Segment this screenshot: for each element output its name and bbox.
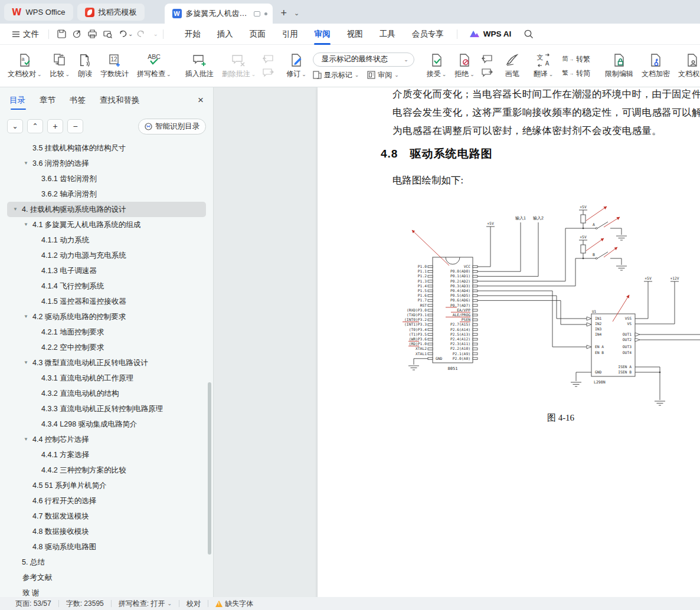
previous-comment-icon[interactable] xyxy=(262,55,274,64)
menu-tab-引用[interactable]: 引用 xyxy=(274,24,306,45)
permission-button[interactable]: 文档权限 xyxy=(674,47,700,86)
word-count-button[interactable]: 12 字数统计 xyxy=(96,47,133,86)
toc-item[interactable]: 4.2.1 地面控制要求 xyxy=(0,324,213,340)
menu-tab-视图[interactable]: 视图 xyxy=(339,24,371,45)
pen-button[interactable]: 画笔 xyxy=(501,47,524,86)
toc-item[interactable]: 4.5 51 系列单片机简介 xyxy=(0,478,213,493)
spell-check-button[interactable]: ABC 拼写检查⌄ xyxy=(133,47,175,86)
toc-item[interactable]: 4.4.1 方案选择 xyxy=(0,447,213,463)
more-actions-chevron-icon[interactable]: ⌄ xyxy=(153,31,158,37)
read-aloud-button[interactable]: 朗读 xyxy=(74,47,96,86)
toc-item[interactable]: 4.3.4 L298 驱动集成电路简介 xyxy=(0,416,213,432)
print-button[interactable] xyxy=(84,27,100,41)
zoom-in-button[interactable]: + xyxy=(47,119,63,133)
undo-chevron-icon[interactable]: ⌄ xyxy=(128,31,133,37)
toc-item[interactable]: 4.3.2 直流电动机的结构 xyxy=(0,386,213,401)
print-preview-button[interactable] xyxy=(100,27,115,41)
accept-button[interactable]: 接受⌄ xyxy=(423,47,451,86)
to-traditional-button[interactable]: 简→ 转繁 xyxy=(562,54,590,64)
toc-item[interactable]: ▼4.2 驱动系统电路的控制要求 xyxy=(0,309,213,324)
to-simplified-button[interactable]: 繁→ 转简 xyxy=(562,68,590,78)
page-indicator[interactable]: 页面: 53/57 xyxy=(8,599,58,609)
delete-comment-button[interactable]: 删除批注⌄ xyxy=(218,47,260,86)
menu-tab-插入[interactable]: 插入 xyxy=(209,24,241,45)
toc-item[interactable]: ▼3.6 润滑剂的选择 xyxy=(0,156,213,171)
sidebar-scrollbar[interactable] xyxy=(208,382,211,555)
toc-item[interactable]: 4.8 数据接收模块 xyxy=(0,524,213,539)
toc-expand-arrow-icon[interactable]: ▼ xyxy=(13,202,18,217)
collapse-all-button[interactable]: ⌃ xyxy=(27,119,43,133)
tab-active-document[interactable]: W 多旋翼无人机齿轮齿条式消防… xyxy=(165,4,273,24)
toc-item[interactable]: 4.4.2 三种控制方案的比较 xyxy=(0,463,213,478)
toc-item[interactable]: 4.1.2 动力电源与充电系统 xyxy=(0,248,213,263)
document-canvas[interactable]: 介质变化而变化；当电容器长时间工作在潮湿的环境中时，由于固定件和移动件的 电容会… xyxy=(214,87,700,597)
tab-list-chevron-icon[interactable]: ⌄ xyxy=(294,9,299,17)
toc-item[interactable]: 4.3.3 直流电动机正反转控制电路原理 xyxy=(0,401,213,416)
menu-tab-开始[interactable]: 开始 xyxy=(176,24,209,45)
track-changes-button[interactable]: 修订⌄ xyxy=(282,47,310,86)
toc-item[interactable]: 4.1.4 飞行控制系统 xyxy=(0,278,213,294)
toc-expand-arrow-icon[interactable]: ▼ xyxy=(24,156,28,171)
zoom-out-button[interactable]: − xyxy=(67,119,83,133)
tab-preview-icon[interactable] xyxy=(254,11,260,17)
toc-item[interactable]: 3.6.2 轴承润滑剂 xyxy=(0,186,213,202)
smart-toc-button[interactable]: 智能识别目录 xyxy=(138,119,206,135)
toc-expand-arrow-icon[interactable]: ▼ xyxy=(24,217,28,232)
expand-all-button[interactable]: ⌄ xyxy=(7,119,23,133)
toc-item[interactable]: 5. 总结 xyxy=(0,555,213,570)
sidebar-tab-find-replace[interactable]: 查找和替换 xyxy=(100,88,140,112)
spellcheck-indicator[interactable]: 拼写检查: 打开 ⌄ xyxy=(112,599,179,609)
toc-item[interactable]: 4.7 数据发送模块 xyxy=(0,509,213,524)
compare-button[interactable]: 比较⌄ xyxy=(46,47,74,86)
markup-state-select[interactable]: 显示标记的最终状态 ⌄ xyxy=(313,53,414,67)
word-count-indicator[interactable]: 字数: 23595 xyxy=(59,599,111,609)
close-icon[interactable]: × xyxy=(198,94,204,106)
toc-item[interactable]: 4.1.5 遥控器和遥控接收器 xyxy=(0,294,213,309)
sidebar-tab-contents[interactable]: 目录 xyxy=(9,88,25,112)
export-button[interactable] xyxy=(69,27,84,41)
menu-tab-会员专享[interactable]: 会员专享 xyxy=(404,24,452,45)
file-menu-button[interactable]: 文件 xyxy=(7,29,44,40)
toc-item[interactable]: ▼4. 挂载机构驱动系统电路的设计 xyxy=(0,202,213,217)
menu-tab-审阅[interactable]: 审阅 xyxy=(306,24,339,45)
save-button[interactable] xyxy=(54,27,69,41)
toc-item[interactable]: 参考文献 xyxy=(0,570,213,585)
restrict-editing-button[interactable]: 限制编辑 xyxy=(601,47,637,86)
toc-item[interactable]: 3.6.1 齿轮润滑剂 xyxy=(0,171,213,186)
toc-item[interactable]: 致 谢 xyxy=(0,585,213,597)
encrypt-button[interactable]: 文档加密 xyxy=(637,47,674,86)
new-tab-button[interactable]: + xyxy=(281,8,287,18)
reject-button[interactable]: 拒绝⌄ xyxy=(450,47,479,86)
doc-proofing-button[interactable]: a 文档校对⌄ xyxy=(4,47,46,86)
toc-item[interactable]: 4.6 行程开关的选择 xyxy=(0,493,213,509)
redo-button[interactable] xyxy=(133,27,148,41)
toc-item[interactable]: 4.1.3 电子调速器 xyxy=(0,263,213,278)
wps-ai-button[interactable]: WPS AI xyxy=(469,29,512,38)
menu-tab-工具[interactable]: 工具 xyxy=(371,24,404,45)
previous-change-icon[interactable] xyxy=(481,55,493,64)
toc-expand-arrow-icon[interactable]: ▼ xyxy=(24,309,28,324)
next-comment-icon[interactable] xyxy=(262,68,274,77)
menu-tab-页面[interactable]: 页面 xyxy=(241,24,274,45)
toc-item[interactable]: 4.8 驱动系统电路图 xyxy=(0,539,213,555)
toc-item[interactable]: 4.3.1 直流电动机的工作原理 xyxy=(0,370,213,386)
tab-wps-office[interactable]: W WPS Office xyxy=(4,4,73,21)
show-markup-button[interactable]: 显示标记 ⌄ xyxy=(313,70,359,80)
missing-font-warning[interactable]: 缺失字体 xyxy=(208,599,260,609)
toc-item[interactable]: ▼4.4 控制芯片选择 xyxy=(0,432,213,447)
sidebar-tab-bookmarks[interactable]: 书签 xyxy=(70,88,86,112)
toc-item[interactable]: ▼4.1 多旋翼无人机电路系统的组成 xyxy=(0,217,213,232)
toc-item[interactable]: 3.5 挂载机构箱体的结构尺寸 xyxy=(0,140,213,156)
toc-item[interactable]: 4.2.2 空中控制要求 xyxy=(0,340,213,355)
tab-docer-templates[interactable]: 找稻壳模板 xyxy=(77,4,145,21)
insert-comment-button[interactable]: 插入批注 xyxy=(181,47,218,86)
translate-button[interactable]: 文A 翻译⌄ xyxy=(529,47,558,86)
document-page[interactable]: 介质变化而变化；当电容器长时间工作在潮湿的环境中时，由于固定件和移动件的 电容会… xyxy=(318,87,700,597)
search-icon[interactable] xyxy=(521,27,536,41)
review-pane-button[interactable]: 审阅 ⌄ xyxy=(367,70,399,80)
toc-item[interactable]: 4.1.1 动力系统 xyxy=(0,232,213,248)
toc-expand-arrow-icon[interactable]: ▼ xyxy=(24,432,28,447)
toc-expand-arrow-icon[interactable]: ▼ xyxy=(24,355,28,370)
sidebar-tab-chapters[interactable]: 章节 xyxy=(40,88,55,112)
proofread-button[interactable]: 校对 xyxy=(179,599,208,609)
